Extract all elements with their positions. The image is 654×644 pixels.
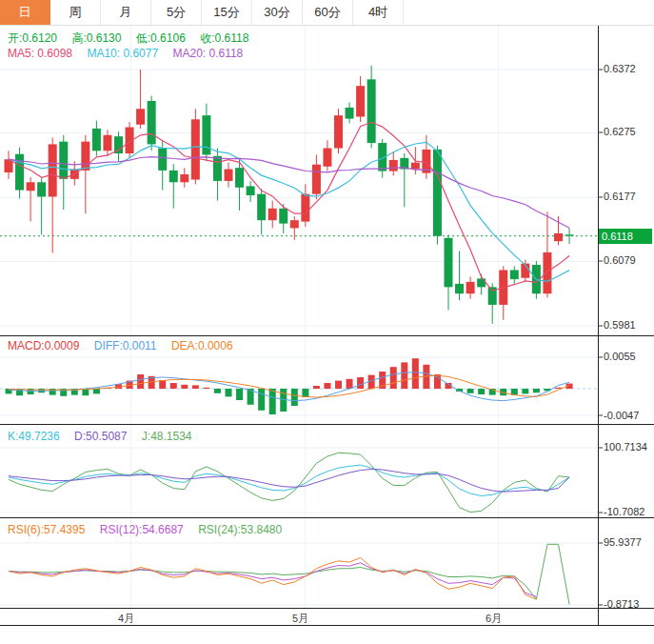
- d-value: D:50.5087: [74, 430, 127, 443]
- k-value: K:49.7236: [8, 430, 60, 443]
- macd-axis-tick: 0.0055: [604, 351, 636, 362]
- rsi6-value: RSI(6):57.4395: [8, 523, 85, 536]
- ma10-value: MA10: 0.6077: [87, 47, 158, 60]
- rsi24-value: RSI(24):53.8480: [198, 523, 282, 536]
- ohlc-readout: 开:0.6120 高:0.6130 低:0.6106 收:0.6118: [8, 30, 260, 47]
- kdj-axis-tick: -10.7082: [604, 506, 644, 517]
- low-value: 低:0.6106: [136, 31, 186, 45]
- rsi-axis-tick: -0.8713: [604, 598, 639, 610]
- rsi-readout: RSI(6):57.4395 RSI(12):54.6687 RSI(24):5…: [8, 523, 293, 536]
- current-price-tag: 0.6118: [599, 229, 652, 244]
- j-value: J:48.1534: [142, 430, 192, 443]
- xaxis-label-april: 4月: [118, 612, 134, 626]
- rsi12-value: RSI(12):54.6687: [100, 523, 184, 536]
- ma-readout: MA5: 0.6098 MA10: 0.6077 MA20: 0.6118: [8, 47, 254, 60]
- xaxis-label-june: 6月: [486, 612, 502, 626]
- dea-value: DEA:0.0006: [171, 339, 233, 352]
- close-value: 收:0.6118: [200, 31, 248, 45]
- diff-value: DIFF:0.0011: [94, 339, 157, 352]
- kdj-axis-tick: 100.7134: [604, 441, 647, 453]
- high-value: 高:0.6130: [71, 31, 121, 45]
- rsi-axis-tick: 95.9377: [604, 536, 642, 548]
- open-value: 开:0.6120: [8, 31, 57, 45]
- macd-readout: MACD:0.0009 DIFF:0.0011 DEA:0.0006: [8, 339, 245, 352]
- macd-value: MACD:0.0009: [8, 339, 79, 352]
- price-axis-tick: 0.6079: [604, 254, 636, 266]
- xaxis-label-may: 5月: [292, 612, 308, 626]
- ma20-value: MA20: 0.6118: [172, 47, 243, 60]
- price-axis-tick: 0.6177: [604, 191, 636, 202]
- price-axis-tick: 0.5981: [604, 319, 636, 331]
- chart-canvas[interactable]: [0, 0, 654, 644]
- kline-chart-app: 日 周 月 5分 15分 30分 60分 4时 开:0.6120 高:0.613…: [0, 0, 654, 644]
- macd-axis-tick: -0.0047: [604, 410, 639, 421]
- price-axis-tick: 0.6275: [604, 126, 636, 137]
- ma5-value: MA5: 0.6098: [8, 47, 72, 60]
- kdj-readout: K:49.7236 D:50.5087 J:48.1534: [8, 430, 204, 443]
- price-axis-tick: 0.6372: [604, 63, 636, 74]
